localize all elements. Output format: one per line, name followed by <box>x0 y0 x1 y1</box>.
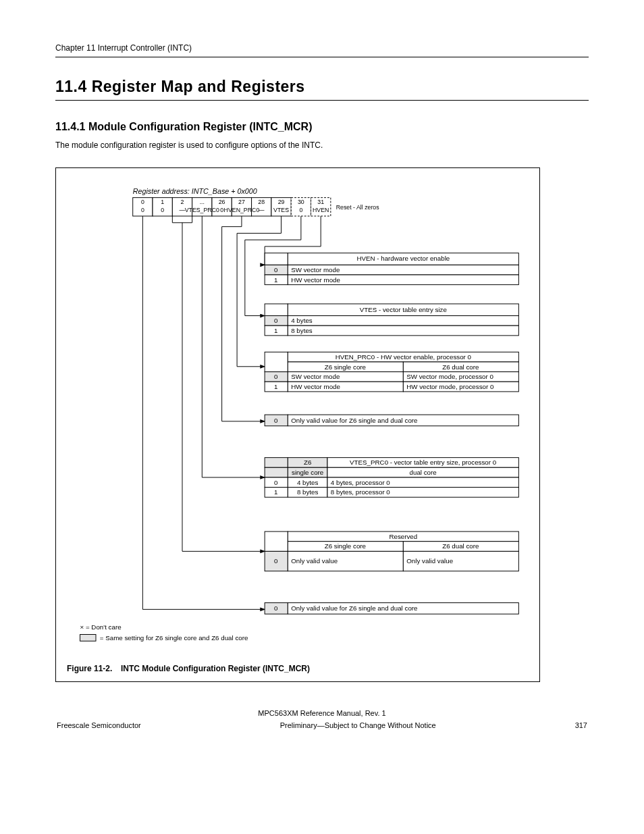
svg-text:Only valid value for Z6 single: Only valid value for Z6 single and dual … <box>291 417 417 424</box>
svg-text:HVEN_PRC0 - HW vector enable, : HVEN_PRC0 - HW vector enable, processor … <box>336 353 472 361</box>
figure-box: Register address: INTC_Base + 0x000 0 1 … <box>55 167 540 682</box>
svg-text:0: 0 <box>141 207 144 213</box>
svg-text:Z6 dual core: Z6 dual core <box>442 542 479 550</box>
register-address-label: Register address: INTC_Base + 0x000 <box>133 187 257 195</box>
table-hven-prc0: HVEN_PRC0 - HW vector enable, processor … <box>265 352 518 392</box>
svg-text:SW vector mode: SW vector mode <box>291 373 340 380</box>
svg-text:0: 0 <box>299 207 302 213</box>
svg-rect-52 <box>265 352 288 371</box>
page-footer: MPC563XM Reference Manual, Rev. 1 Freesc… <box>55 709 589 729</box>
svg-rect-97 <box>265 531 288 551</box>
svg-text:29: 29 <box>278 199 285 205</box>
svg-text:0: 0 <box>274 317 278 324</box>
table-hven: HVEN - hardware vector enable 0 SW vecto… <box>265 253 518 285</box>
svg-text:HW vector mode: HW vector mode <box>291 276 340 284</box>
svg-text:0: 0 <box>220 207 223 213</box>
svg-rect-78 <box>265 467 288 477</box>
figure-title: INTC Module Configuration Register (INTC… <box>121 664 310 673</box>
svg-text:—: — <box>259 207 265 213</box>
intro-text: The module configuration register is use… <box>55 140 589 151</box>
svg-text:Z6 single core: Z6 single core <box>325 542 366 550</box>
subsection-title: 11.4.1 Module Configuration Register (IN… <box>55 121 589 133</box>
svg-text:VTES - vector table entry size: VTES - vector table entry size <box>360 305 447 313</box>
svg-text:0: 0 <box>274 557 278 565</box>
table-bit28: 0 Only valid value for Z6 single and dua… <box>265 415 518 426</box>
svg-text:HVEN_PRC0: HVEN_PRC0 <box>224 207 260 213</box>
svg-rect-41 <box>265 304 288 316</box>
svg-rect-46 <box>288 325 518 336</box>
svg-text:HW vector mode, processor 0: HW vector mode, processor 0 <box>406 383 494 390</box>
svg-text:4 bytes: 4 bytes <box>297 478 319 486</box>
note-legend: = Same setting for Z6 single core and Z6… <box>100 634 248 642</box>
svg-text:0: 0 <box>161 207 164 213</box>
svg-text:0: 0 <box>141 199 144 205</box>
svg-text:4 bytes: 4 bytes <box>291 317 313 324</box>
svg-text:HVEN - hardware vector enable: HVEN - hardware vector enable <box>356 255 450 262</box>
svg-text:Only valid value: Only valid value <box>406 557 453 565</box>
footer-preliminary: Preliminary—Subject to Change Without No… <box>280 721 436 729</box>
footer-doc-title: MPC563XM Reference Manual, Rev. 1 <box>57 709 587 717</box>
svg-rect-75 <box>265 457 288 467</box>
svg-text:0: 0 <box>274 478 278 486</box>
figure-number: Figure 11-2. <box>67 664 121 673</box>
svg-rect-44 <box>288 315 518 325</box>
svg-text:Only valid value for Z6 single: Only valid value for Z6 single and dual … <box>291 604 417 612</box>
svg-text:Only valid value: Only valid value <box>291 557 338 565</box>
section-title: 11.4 Register Map and Registers <box>55 78 589 96</box>
svg-text:1: 1 <box>274 276 277 284</box>
svg-text:HW vector mode: HW vector mode <box>291 383 340 390</box>
table-reserved: Reserved Z6 single core Z6 dual core 0 O… <box>265 531 518 571</box>
svg-text:4 bytes, processor 0: 4 bytes, processor 0 <box>331 478 391 486</box>
svg-text:1: 1 <box>274 383 277 390</box>
svg-text:0: 0 <box>274 373 278 380</box>
table-bit0: 0 Only valid value for Z6 single and dua… <box>265 602 518 614</box>
rule-top <box>55 57 589 57</box>
svg-text:1: 1 <box>274 327 277 334</box>
note-dontcare: × = Don't care <box>80 623 122 630</box>
svg-text:0: 0 <box>274 417 278 424</box>
svg-text:1: 1 <box>274 488 277 496</box>
svg-text:Z6 dual core: Z6 dual core <box>442 363 479 370</box>
svg-text:26: 26 <box>219 199 225 205</box>
svg-text:VTES_PRC0: VTES_PRC0 <box>185 207 219 213</box>
svg-text:single core: single core <box>292 469 323 476</box>
svg-text:1: 1 <box>161 199 164 205</box>
svg-text:8 bytes: 8 bytes <box>297 488 319 496</box>
footer-page-number: 317 <box>575 721 587 729</box>
svg-text:...: ... <box>200 199 205 205</box>
svg-text:Z6 single core: Z6 single core <box>325 363 366 370</box>
svg-text:2: 2 <box>181 199 184 205</box>
svg-text:31: 31 <box>317 199 324 205</box>
chapter-line: Chapter 11 Interrupt Controller (INTC) <box>55 43 589 53</box>
table-vtes: VTES - vector table entry size 0 4 bytes… <box>265 304 518 336</box>
svg-rect-114 <box>80 634 96 641</box>
register-diagram: Register address: INTC_Base + 0x000 0 1 … <box>67 182 529 654</box>
svg-text:HVEN: HVEN <box>313 207 329 213</box>
svg-text:8 bytes, processor 0: 8 bytes, processor 0 <box>331 488 391 496</box>
svg-text:30: 30 <box>298 199 304 205</box>
svg-text:VTES_PRC0 - vector table entry: VTES_PRC0 - vector table entry size, pro… <box>350 459 497 466</box>
svg-text:8 bytes: 8 bytes <box>291 327 313 334</box>
footer-company: Freescale Semiconductor <box>57 721 141 729</box>
svg-text:SW vector mode: SW vector mode <box>291 266 340 273</box>
svg-text:dual core: dual core <box>410 469 437 476</box>
svg-text:Reserved: Reserved <box>389 533 417 540</box>
svg-rect-30 <box>265 253 288 265</box>
svg-text:0: 0 <box>274 604 278 612</box>
svg-text:0: 0 <box>274 266 278 273</box>
reset-label: Reset - All zeros <box>336 204 380 211</box>
svg-text:SW vector mode, processor 0: SW vector mode, processor 0 <box>406 373 493 380</box>
svg-text:28: 28 <box>258 199 265 205</box>
svg-text:VTES: VTES <box>273 207 289 213</box>
rule-section <box>55 100 589 101</box>
svg-text:27: 27 <box>238 199 245 205</box>
svg-text:Z6: Z6 <box>304 459 311 466</box>
table-vtes-prc0: Z6 VTES_PRC0 - vector table entry size, … <box>265 457 518 497</box>
